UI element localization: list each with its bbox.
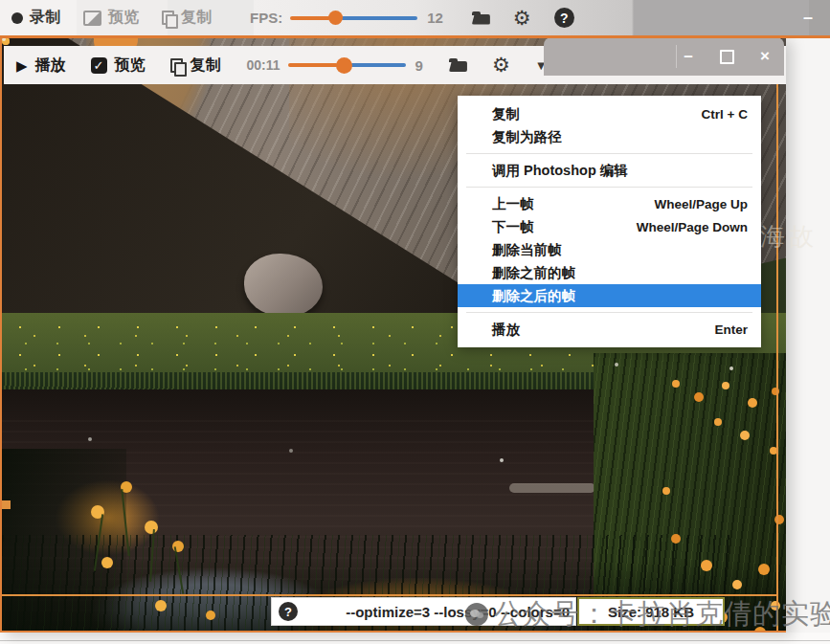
file-size-text: Size: 918 KB xyxy=(608,604,694,620)
water-highlight xyxy=(509,483,595,493)
open-folder-button[interactable] xyxy=(437,46,480,84)
menu-separator xyxy=(466,153,752,154)
fps-slider-handle[interactable] xyxy=(328,11,343,25)
record-button[interactable]: 录制 xyxy=(0,0,72,35)
frame-slider-filled xyxy=(288,63,338,67)
capture-frame-handle[interactable] xyxy=(2,500,11,509)
gifsicle-args-text: --optimize=3 --lossy=0 --colors=0 xyxy=(346,604,570,620)
image-icon xyxy=(83,11,101,26)
menu-item-delete-frames-after[interactable]: 删除之后的帧 xyxy=(458,284,761,307)
fps-slider-filled xyxy=(290,16,330,20)
frame-slider-rest xyxy=(350,63,406,67)
fps-slider-rest xyxy=(341,16,417,20)
file-size-box: Size: 918 KB xyxy=(577,597,725,626)
left-corner-grass xyxy=(2,449,126,633)
menu-item-delete-frames-before[interactable]: 删除之前的帧 xyxy=(458,261,761,284)
menu-separator xyxy=(466,312,752,313)
editor-maximize-button[interactable] xyxy=(707,37,746,76)
checkbox-checked-icon: ✓ xyxy=(91,57,107,74)
editor-minimize-button[interactable]: – xyxy=(669,37,707,76)
context-menu: 复制 Ctrl + C 复制为路径 调用 Photoshop 编辑 上一帧 Wh… xyxy=(458,96,761,347)
copy-icon xyxy=(162,11,174,25)
menu-separator xyxy=(466,187,752,188)
play-label: 播放 xyxy=(35,56,66,76)
menu-item-copy-as-path[interactable]: 复制为路径 xyxy=(458,125,761,148)
time-value: 00:11 xyxy=(247,57,280,73)
window-bottom-edge xyxy=(0,640,830,641)
menu-shortcut: Wheel/Page Up xyxy=(654,197,748,211)
desktop-background-strip xyxy=(0,633,830,644)
preview-label: 预览 xyxy=(108,8,139,28)
menu-item-next-frame[interactable]: 下一帧 Wheel/Page Down xyxy=(458,215,761,238)
menu-item-play[interactable]: 播放 Enter xyxy=(458,318,761,341)
settings-button[interactable]: ⚙ xyxy=(480,46,523,84)
editor-close-button[interactable]: × xyxy=(746,37,784,76)
menu-item-copy[interactable]: 复制 Ctrl + C xyxy=(458,102,761,125)
frame-slider[interactable] xyxy=(288,58,406,72)
menu-item-delete-current-frame[interactable]: 删除当前帧 xyxy=(458,238,761,261)
maximize-icon xyxy=(720,50,734,64)
settings-button[interactable]: ⚙ xyxy=(502,0,543,35)
record-dot-icon xyxy=(11,12,23,24)
copy-label: 复制 xyxy=(191,56,221,76)
copy-button[interactable]: 复制 xyxy=(158,46,234,84)
copy-label: 复制 xyxy=(181,8,212,28)
frame-value: 9 xyxy=(415,57,423,74)
copy-button-disabled[interactable]: 复制 xyxy=(150,0,223,35)
boulder xyxy=(244,254,323,317)
preview-checkbox[interactable]: ✓ 预览 xyxy=(79,46,158,84)
menu-shortcut: Wheel/Page Down xyxy=(637,220,748,234)
recorder-minimize-button[interactable]: – xyxy=(792,0,824,35)
preview-button-disabled[interactable]: 预览 xyxy=(72,0,150,35)
preview-label: 预览 xyxy=(115,56,146,76)
open-folder-icon xyxy=(449,58,467,72)
copy-icon xyxy=(170,58,183,73)
fps-value: 12 xyxy=(427,10,443,26)
frame-slider-handle[interactable] xyxy=(336,57,352,74)
gifsicle-args-bar: ? --optimize=3 --lossy=0 --colors=0 xyxy=(271,597,576,626)
menu-shortcut: Enter xyxy=(714,322,748,337)
fps-label: FPS: xyxy=(250,10,282,26)
help-button[interactable]: ? xyxy=(543,0,586,35)
help-icon[interactable]: ? xyxy=(279,602,298,621)
recorder-toolbar: 录制 预览 复制 FPS: 12 ⚙ ? – xyxy=(0,0,830,38)
editor-titlebar[interactable]: – × xyxy=(544,37,784,76)
capture-frame-bottom-edge[interactable] xyxy=(2,594,778,596)
titlebar-divider xyxy=(676,45,677,68)
open-folder-button[interactable] xyxy=(460,0,502,35)
gear-icon: ⚙ xyxy=(492,56,510,75)
capture-frame-right-edge[interactable] xyxy=(776,37,778,633)
open-folder-icon xyxy=(472,11,490,25)
play-button[interactable]: ▶ 播放 xyxy=(4,46,79,84)
menu-shortcut: Ctrl + C xyxy=(702,107,748,122)
play-icon: ▶ xyxy=(16,58,28,73)
menu-item-edit-in-photoshop[interactable]: 调用 Photoshop 编辑 xyxy=(458,159,761,182)
fps-slider[interactable] xyxy=(290,11,417,25)
record-label: 录制 xyxy=(30,8,60,28)
gear-icon: ⚙ xyxy=(513,9,531,28)
menu-item-previous-frame[interactable]: 上一帧 Wheel/Page Up xyxy=(458,192,761,215)
help-icon: ? xyxy=(554,8,574,28)
